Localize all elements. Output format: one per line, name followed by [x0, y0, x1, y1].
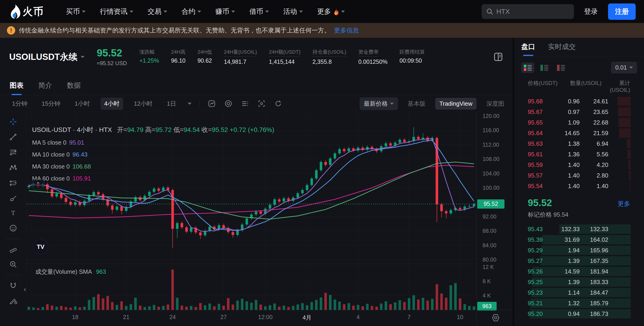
bid-row[interactable]: 95.2614.59181.94: [528, 266, 630, 277]
bid-row[interactable]: 95.211.32185.79: [528, 298, 630, 309]
view-3[interactable]: 深度图: [486, 100, 504, 108]
drawing-lock-icon[interactable]: [7, 294, 20, 307]
forecast-tool-icon[interactable]: [7, 176, 20, 189]
precision-dropdown[interactable]: 0.01: [611, 62, 637, 73]
ask-row[interactable]: 95.631.386.94: [528, 138, 630, 149]
tradingview-logo[interactable]: TV: [33, 239, 48, 254]
axis-settings-gear-icon[interactable]: [491, 313, 500, 323]
zoom-in-icon[interactable]: [7, 258, 20, 271]
bids-list: 95.43132.33132.3395.3931.69164.0295.291.…: [514, 224, 644, 319]
price-mode-dropdown[interactable]: 最新价格: [360, 97, 398, 110]
timeframe-4小时[interactable]: 4小时: [100, 98, 123, 110]
chevron-down-icon: [265, 10, 269, 13]
ask-row[interactable]: 95.680.9624.61: [528, 96, 630, 107]
ask-row[interactable]: 95.541.401.40: [528, 181, 630, 191]
time-axis[interactable]: 1821242712:004月4710: [26, 310, 512, 326]
search-input[interactable]: [496, 8, 566, 15]
depth-bar: [628, 160, 630, 169]
more-info-link[interactable]: 更多信息: [334, 26, 359, 34]
bid-row[interactable]: 95.291.94165.96: [528, 245, 630, 256]
bid-row[interactable]: 95.3931.69164.02: [528, 234, 630, 245]
view-1[interactable]: 基本版: [408, 100, 426, 108]
volume-legend: 成交量(Volume) SMA 963: [32, 266, 109, 278]
tab-3[interactable]: 数据: [67, 76, 81, 95]
huobi-logo[interactable]: 火币: [8, 4, 44, 19]
timeframe-1分钟[interactable]: 1分钟: [8, 98, 31, 110]
screenshot-icon[interactable]: [257, 99, 266, 108]
candle-style-icon[interactable]: [207, 99, 216, 108]
emoji-icon[interactable]: [7, 222, 20, 235]
nav-item-8[interactable]: 更多: [317, 7, 345, 16]
nav-item-3[interactable]: 交易: [148, 7, 167, 16]
tab-trades[interactable]: 实时成交: [548, 38, 576, 56]
login-button[interactable]: 登录: [584, 7, 598, 16]
chevron-down-icon: [390, 103, 394, 105]
bid-row[interactable]: 95.271.39167.35: [528, 256, 630, 266]
timeframe-1日[interactable]: 1日: [163, 98, 180, 110]
magnet-icon[interactable]: [7, 279, 20, 292]
stat-label[interactable]: 持仓量(USOIL): [312, 49, 346, 57]
nav-item-6[interactable]: 借币: [249, 7, 269, 16]
candlestick-chart[interactable]: USOIL-USDT · 4小时 · HTX 开=94.79 高=95.72 低…: [26, 112, 476, 310]
bid-row[interactable]: 95.200.94186.73: [528, 309, 630, 319]
nav-item-1[interactable]: 买币: [66, 7, 86, 16]
ask-row[interactable]: 95.591.404.20: [528, 160, 630, 170]
book-layout-asks-icon[interactable]: [554, 62, 568, 73]
price-axis[interactable]: 120.00116.00112.00108.00104.00100.0092.0…: [476, 112, 512, 310]
crosshair-icon[interactable]: [7, 115, 20, 128]
nav-item-7[interactable]: 活动: [283, 7, 303, 16]
stat-value: 14,981.7: [224, 58, 257, 65]
text-tool-icon[interactable]: T: [7, 206, 20, 219]
app-root: 火币 买币行情资讯交易合约赚币借币活动更多 登录 注册 ! 传统金融永续合约与相…: [0, 0, 644, 326]
ask-row[interactable]: 95.670.9723.65: [528, 107, 630, 117]
tab-1[interactable]: 图表: [10, 76, 24, 95]
stat-label[interactable]: 24H额(USDT): [269, 49, 300, 57]
stat-label[interactable]: 24H量(USOIL): [224, 49, 257, 57]
book-more-link[interactable]: 更多: [618, 200, 630, 208]
book-layout-both-icon[interactable]: [521, 62, 534, 73]
search-box[interactable]: [482, 4, 574, 19]
register-button[interactable]: 注册: [608, 3, 636, 20]
bid-row[interactable]: 95.231.14184.47: [528, 287, 630, 298]
xabcd-pattern-icon[interactable]: [7, 161, 20, 174]
fib-retracement-icon[interactable]: [7, 146, 20, 159]
layout-list-icon[interactable]: [240, 99, 249, 108]
nav-item-label: 买币: [66, 7, 80, 16]
reload-icon[interactable]: [274, 99, 282, 108]
book-last-price: 95.52: [528, 197, 630, 208]
ruler-icon[interactable]: [7, 243, 20, 256]
nav-item-4[interactable]: 合约: [182, 7, 201, 16]
disclaimer-banner: ! 传统金融永续合约与相关基础资产的发行方或其上市交易所无关联、无赞助、无背书，…: [0, 23, 644, 38]
price-tick: 112.00: [482, 142, 499, 148]
brush-icon[interactable]: [7, 191, 20, 204]
tab-2[interactable]: 简介: [38, 76, 52, 95]
view-switcher: 基本版TradingView深度图: [408, 98, 504, 110]
ask-row[interactable]: 95.651.0922.68: [528, 117, 630, 128]
bid-row[interactable]: 95.251.39183.33: [528, 277, 630, 287]
contract-info-icon[interactable]: [493, 52, 503, 62]
timeframe-12小时[interactable]: 12小时: [130, 98, 156, 110]
bid-row[interactable]: 95.43132.33132.33: [528, 224, 630, 234]
trend-line-icon[interactable]: [7, 131, 20, 144]
timeframe-15分钟[interactable]: 15分钟: [38, 98, 64, 110]
timeframe-list: 1分钟15分钟1小时4小时12小时1日: [8, 98, 180, 110]
nav-item-label: 交易: [148, 7, 162, 16]
timeframe-more-icon[interactable]: [188, 103, 192, 105]
orderbook-mid: 95.52 标记价格 95.54 更多: [514, 191, 644, 224]
contract-selector[interactable]: USOILUSDT永续: [9, 51, 84, 63]
nav-item-2[interactable]: 行情资讯: [100, 7, 133, 16]
ask-row[interactable]: 95.6414.6521.59: [528, 128, 630, 138]
nav-item-5[interactable]: 赚币: [216, 7, 235, 16]
legend-collapse-button[interactable]: ⌃: [32, 179, 44, 189]
stat-label[interactable]: 资金费率: [358, 49, 378, 57]
collapse-handle-icon[interactable]: ‹: [24, 285, 26, 293]
chevron-down-icon: [231, 10, 235, 13]
indicators-icon[interactable]: [224, 99, 233, 108]
view-2[interactable]: TradingView: [435, 98, 476, 110]
stat-1: 涨跌幅+1.25%: [139, 49, 159, 65]
book-layout-bids-icon[interactable]: [538, 62, 551, 73]
ask-row[interactable]: 95.611.365.56: [528, 149, 630, 160]
timeframe-1小时[interactable]: 1小时: [71, 98, 94, 110]
ask-row[interactable]: 95.571.402.80: [528, 170, 630, 181]
tab-orderbook[interactable]: 盘口: [521, 38, 535, 56]
